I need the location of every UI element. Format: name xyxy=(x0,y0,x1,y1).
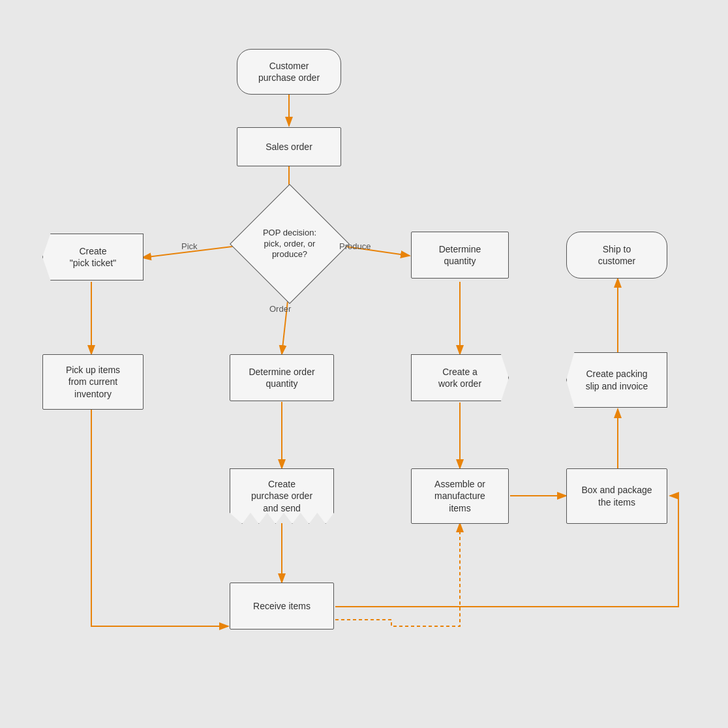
sales-order-label: Sales order xyxy=(265,141,312,153)
flowchart-diagram: Customer purchase order Sales order POP … xyxy=(0,0,728,728)
pop-decision-node: POP decision:pick, order, orproduce? xyxy=(247,201,333,287)
produce-label: Produce xyxy=(339,241,371,251)
create-packing-slip-node: Create packingslip and invoice xyxy=(566,352,667,408)
create-work-order-node: Create awork order xyxy=(411,354,509,401)
receive-items-label: Receive items xyxy=(253,600,311,612)
pick-label: Pick xyxy=(181,241,198,251)
order-label: Order xyxy=(269,304,291,314)
sales-order-node: Sales order xyxy=(237,127,341,166)
determine-qty-produce-label: Determinequantity xyxy=(439,243,481,267)
box-package-node: Box and packagethe items xyxy=(566,468,667,524)
pop-decision-label: POP decision:pick, order, orproduce? xyxy=(254,228,326,261)
create-po-send-label: Createpurchase orderand send xyxy=(251,478,312,514)
customer-purchase-order-node: Customer purchase order xyxy=(237,49,341,95)
pick-ticket-node: Create"pick ticket" xyxy=(42,234,144,281)
box-package-label: Box and packagethe items xyxy=(581,484,652,508)
assemble-items-node: Assemble ormanufactureitems xyxy=(411,468,509,524)
assemble-items-label: Assemble ormanufactureitems xyxy=(434,478,485,514)
pick-ticket-label: Create"pick ticket" xyxy=(70,245,116,269)
determine-order-qty-label: Determine orderquantity xyxy=(249,366,314,389)
determine-order-qty-node: Determine orderquantity xyxy=(230,354,334,401)
create-packing-slip-label: Create packingslip and invoice xyxy=(586,368,648,391)
receive-items-node: Receive items xyxy=(230,583,334,629)
customer-po-label: Customer purchase order xyxy=(258,60,320,83)
pick-up-items-label: Pick up itemsfrom currentinventory xyxy=(66,364,120,400)
pick-up-items-node: Pick up itemsfrom currentinventory xyxy=(42,354,144,410)
create-work-order-label: Create awork order xyxy=(438,366,481,389)
ship-to-customer-label: Ship tocustomer xyxy=(598,243,636,267)
create-po-send-node: Createpurchase orderand send xyxy=(230,468,334,524)
determine-qty-produce-node: Determinequantity xyxy=(411,232,509,279)
ship-to-customer-node: Ship tocustomer xyxy=(566,232,667,279)
